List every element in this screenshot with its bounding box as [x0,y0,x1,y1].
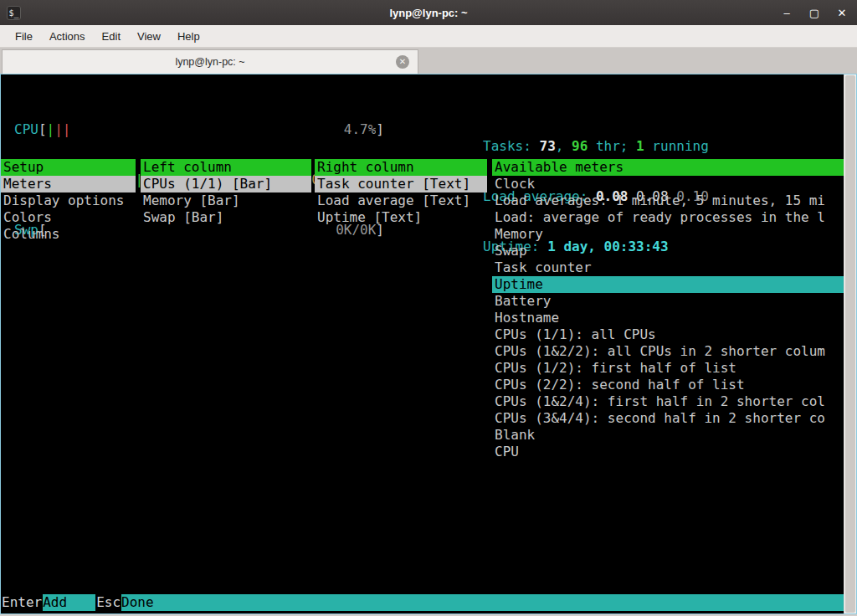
minimize-button[interactable]: – [780,7,793,19]
meter-list-item[interactable]: Swap [Bar] [141,209,311,226]
add-action-button[interactable]: Add [43,594,95,611]
threads-count: 96 [572,138,588,154]
panel-header: Right column [315,159,487,176]
terminal-icon: $_ [7,6,21,20]
meter-list-item[interactable]: Meters [1,176,136,192]
meter-list-item[interactable]: Memory [Bar] [141,192,311,209]
meter-list-item[interactable]: CPUs (3&4/4): second half in 2 shorter c… [492,410,844,427]
meter-list-item[interactable]: Task counter [492,259,844,276]
scrollbar[interactable] [844,74,856,613]
meter-list-item[interactable]: Load average [Text] [315,192,487,209]
meter-list-item[interactable]: CPUs (2/2): second half of list [492,377,844,393]
meter-list-item[interactable]: CPUs (1&2/4): first half in 2 shorter co… [492,393,844,410]
tasks-count: 73 [540,138,556,154]
cpu-label: CPU [14,121,38,138]
meter-list-item[interactable]: Uptime [492,276,844,293]
menu-help[interactable]: Help [169,27,208,46]
meter-list-item[interactable]: Columns [1,226,136,243]
menu-view[interactable]: View [129,27,169,46]
cpu-bar: ||| [47,121,71,138]
enter-key[interactable]: Enter [1,594,43,611]
running-label: running [644,138,709,154]
terminal-tab[interactable]: lynp@lyn-pc: ~ ✕ [2,49,418,74]
meter-list-item[interactable]: Blank [492,427,844,444]
window-title: lynp@lyn-pc: ~ [0,7,857,19]
window-controls: – ▢ ✕ [780,7,849,19]
right-column-panel: Right columnTask counter [Text]Load aver… [315,159,487,226]
tab-bar: lynp@lyn-pc: ~ ✕ [0,48,857,74]
meter-list-item[interactable]: Clock [492,176,844,192]
menu-bar: File Actions Edit View Help [0,25,857,48]
meter-list-item[interactable]: Uptime [Text] [315,209,487,226]
menu-actions[interactable]: Actions [41,27,94,46]
meter-list-item[interactable]: CPUs (1/1) [Bar] [141,176,311,192]
meter-list-item[interactable]: Memory [492,226,844,243]
meter-list-item[interactable]: CPU [492,444,844,460]
thr-label: thr; [588,138,636,154]
meter-list-item[interactable]: CPUs (1/2): first half of list [492,360,844,377]
close-button[interactable]: ✕ [835,7,849,19]
maximize-button[interactable]: ▢ [808,7,821,19]
left-column-panel: Left columnCPUs (1/1) [Bar]Memory [Bar]S… [141,159,311,226]
meter-list-item[interactable]: Task counter [Text] [315,176,487,192]
meter-list-item[interactable]: CPUs (1/1): all CPUs [492,326,844,343]
tab-title: lynp@lyn-pc: ~ [175,56,244,68]
meter-list-item[interactable]: Display options [1,192,136,209]
tab-close-icon[interactable]: ✕ [396,55,409,69]
panel-header: Available meters [492,159,844,176]
function-bar: Enter Add Esc Done [1,594,844,611]
meter-list-item[interactable]: Load averages: 1 minute, 5 minutes, 15 m… [492,192,844,209]
menu-edit[interactable]: Edit [94,27,129,46]
available-meters-panel: Available metersClockLoad averages: 1 mi… [492,159,844,460]
tasks-label: Tasks: [483,138,539,154]
meter-list-item[interactable]: CPUs (1&2/2): all CPUs in 2 shorter colu… [492,343,844,360]
meter-list-item[interactable]: Colors [1,209,136,226]
terminal-window: CPU[|||4.7%] Mem[|||||||||||||||||||||||… [0,74,857,614]
titlebar[interactable]: $_ lynp@lyn-pc: ~ – ▢ ✕ [0,0,857,25]
terminal-screen[interactable]: CPU[|||4.7%] Mem[|||||||||||||||||||||||… [1,74,844,613]
cpu-value: 4.7% [344,121,377,138]
panel-header: Setup [1,159,136,176]
meter-list-item[interactable]: Battery [492,293,844,310]
meter-list-item[interactable]: Hostname [492,310,844,326]
meter-list-item[interactable]: Swap [492,243,844,259]
panel-header: Left column [141,159,311,176]
menu-file[interactable]: File [7,27,41,46]
setup-categories-panel: SetupMetersDisplay optionsColorsColumns [1,159,136,243]
running-count: 1 [636,138,644,154]
esc-key[interactable]: Esc [95,594,121,611]
scrollbar-thumb[interactable] [845,75,855,613]
cpu-meter: CPU[|||4.7%] [14,121,384,138]
meter-list-item[interactable]: Load: average of ready processes in the … [492,209,844,226]
done-action-button[interactable]: Done [121,594,844,611]
tasks-line: Tasks: 73, 96 thr; 1 running [418,121,709,138]
